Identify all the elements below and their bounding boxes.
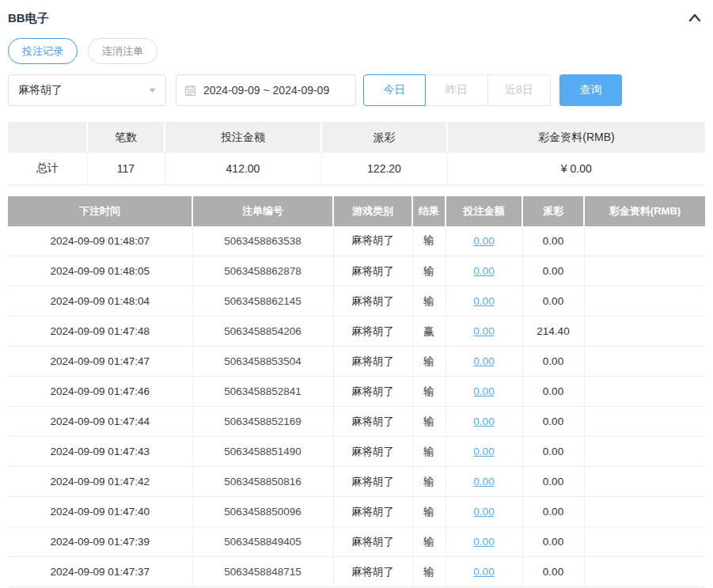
record-cell-result: 输 [412, 286, 446, 317]
bet-amount-link[interactable]: 0.00 [473, 446, 494, 457]
bet-amount-link[interactable]: 0.00 [473, 355, 494, 367]
summary-total-jackpot: ¥ 0.00 [447, 153, 705, 184]
record-row: 2024-09-09 01:48:055063458862878麻将胡了输0.0… [8, 256, 705, 286]
record-cell-game: 麻将胡了 [333, 226, 412, 256]
quick-range-yesterday[interactable]: 昨日 [426, 74, 488, 106]
records-col-result: 结果 [412, 196, 446, 226]
toolbar: 麻将胡了 ▼ 2024-09-09 ~ 2024-09-09 [8, 74, 705, 106]
record-cell-time: 2024-09-09 01:47:42 [8, 467, 192, 497]
bet-amount-link[interactable]: 0.00 [473, 265, 494, 277]
record-cell-game: 麻将胡了 [333, 407, 412, 437]
record-cell-result: 输 [412, 527, 446, 557]
record-cell-bet-amount: 0.00 [446, 437, 522, 467]
record-cell-order-id: 5063458850816 [192, 467, 333, 497]
record-cell-result: 输 [412, 377, 446, 407]
record-cell-payout: 0.00 [522, 256, 584, 286]
record-cell-game: 麻将胡了 [333, 317, 412, 347]
record-cell-time: 2024-09-09 01:47:40 [8, 497, 192, 527]
record-cell-payout: 0.00 [522, 437, 584, 467]
record-cell-result: 输 [412, 226, 446, 256]
record-cell-order-id: 5063458853504 [192, 347, 333, 377]
record-cell-payout: 0.00 [522, 407, 584, 437]
record-cell-payout: 0.00 [522, 467, 584, 497]
record-row: 2024-09-09 01:47:445063458852169麻将胡了输0.0… [8, 407, 705, 437]
record-cell-result: 输 [412, 256, 446, 286]
chevron-up-icon [688, 11, 702, 26]
tab-bet-records[interactable]: 投注记录 [8, 38, 78, 64]
bet-amount-link[interactable]: 0.00 [473, 536, 494, 548]
record-cell-jackpot [584, 286, 705, 317]
record-row: 2024-09-09 01:47:405063458850096麻将胡了输0.0… [8, 497, 705, 527]
date-range-picker[interactable]: 2024-09-09 ~ 2024-09-09 [176, 74, 356, 106]
tab-bar: 投注记录 连消注单 [8, 38, 705, 64]
record-cell-game: 麻将胡了 [333, 347, 412, 377]
summary-total-row: 总计 117 412.00 122.20 ¥ 0.00 [8, 153, 705, 184]
caret-down-icon: ▼ [147, 86, 157, 94]
records-table: 下注时间 注单编号 游戏类别 结果 投注金额 派彩 彩金资料(RMB) 2024… [8, 196, 705, 588]
record-cell-order-id: 5063458862878 [192, 256, 333, 286]
record-cell-result: 输 [412, 467, 446, 497]
record-cell-bet-amount: 0.00 [446, 317, 522, 347]
record-cell-result: 输 [412, 407, 446, 437]
collapse-button[interactable] [688, 11, 705, 26]
bet-amount-link[interactable]: 0.00 [473, 235, 494, 247]
panel-header: BB电子 [8, 0, 705, 27]
record-cell-jackpot [584, 497, 705, 527]
bet-amount-link[interactable]: 0.00 [473, 325, 494, 337]
summary-header-row: 笔数 投注金额 派彩 彩金资料(RMB) [8, 122, 705, 153]
page-title: BB电子 [8, 11, 49, 26]
bet-amount-link[interactable]: 0.00 [473, 415, 494, 427]
record-cell-bet-amount: 0.00 [446, 467, 522, 497]
quick-range-last8days[interactable]: 近8日 [488, 74, 551, 106]
record-cell-jackpot [584, 256, 705, 286]
record-cell-payout: 0.00 [522, 377, 584, 407]
record-row: 2024-09-09 01:47:465063458852841麻将胡了输0.0… [8, 377, 705, 407]
record-cell-payout: 0.00 [522, 527, 584, 557]
bet-amount-link[interactable]: 0.00 [473, 506, 494, 518]
bet-amount-link[interactable]: 0.00 [473, 566, 494, 578]
bet-amount-link[interactable]: 0.00 [473, 295, 494, 307]
summary-total-payout: 122.20 [321, 153, 447, 184]
records-col-bet-amount: 投注金额 [446, 196, 522, 226]
record-cell-jackpot [584, 226, 705, 256]
record-cell-order-id: 5063458854206 [192, 317, 333, 347]
tab-cancelled-orders[interactable]: 连消注单 [88, 38, 157, 64]
record-cell-bet-amount: 0.00 [446, 377, 522, 407]
record-cell-game: 麻将胡了 [333, 256, 412, 286]
summary-total-count: 117 [87, 153, 165, 184]
record-cell-game: 麻将胡了 [333, 286, 412, 317]
quick-range-today[interactable]: 今日 [363, 74, 426, 106]
calendar-icon [184, 85, 196, 97]
record-cell-result: 赢 [412, 317, 446, 347]
record-cell-game: 麻将胡了 [333, 557, 412, 587]
date-range-value: 2024-09-09 ~ 2024-09-09 [203, 84, 329, 97]
summary-table: 笔数 投注金额 派彩 彩金资料(RMB) 总计 117 412.00 122.2… [8, 122, 705, 185]
record-cell-result: 输 [412, 347, 446, 377]
bet-amount-link[interactable]: 0.00 [473, 385, 494, 397]
record-cell-payout: 0.00 [522, 347, 584, 377]
summary-col-blank [8, 122, 87, 153]
records-col-payout: 派彩 [522, 196, 584, 226]
bet-records-panel: BB电子 投注记录 连消注单 麻将胡了 ▼ [0, 0, 713, 587]
record-cell-payout: 0.00 [522, 286, 584, 317]
bet-amount-link[interactable]: 0.00 [473, 476, 494, 487]
record-cell-order-id: 5063458848715 [192, 557, 333, 587]
record-cell-bet-amount: 0.00 [446, 527, 522, 557]
record-cell-game: 麻将胡了 [333, 437, 412, 467]
record-cell-time: 2024-09-09 01:48:05 [8, 256, 192, 286]
game-select[interactable]: 麻将胡了 ▼ [8, 74, 166, 106]
record-cell-jackpot [584, 467, 705, 497]
record-cell-jackpot [584, 377, 705, 407]
record-row: 2024-09-09 01:47:395063458849405麻将胡了输0.0… [8, 527, 705, 557]
summary-total-label: 总计 [8, 153, 87, 184]
record-cell-result: 输 [412, 557, 446, 587]
record-row: 2024-09-09 01:47:425063458850816麻将胡了输0.0… [8, 467, 705, 497]
query-button[interactable]: 查询 [559, 74, 622, 106]
record-row: 2024-09-09 01:48:045063458862145麻将胡了输0.0… [8, 286, 705, 317]
record-cell-payout: 0.00 [522, 226, 584, 256]
record-cell-time: 2024-09-09 01:47:39 [8, 527, 192, 557]
summary-col-bet-amount: 投注金额 [165, 122, 321, 153]
record-cell-order-id: 5063458852841 [192, 377, 333, 407]
quick-range-group: 今日 昨日 近8日 [363, 74, 551, 106]
record-cell-jackpot [584, 557, 705, 587]
